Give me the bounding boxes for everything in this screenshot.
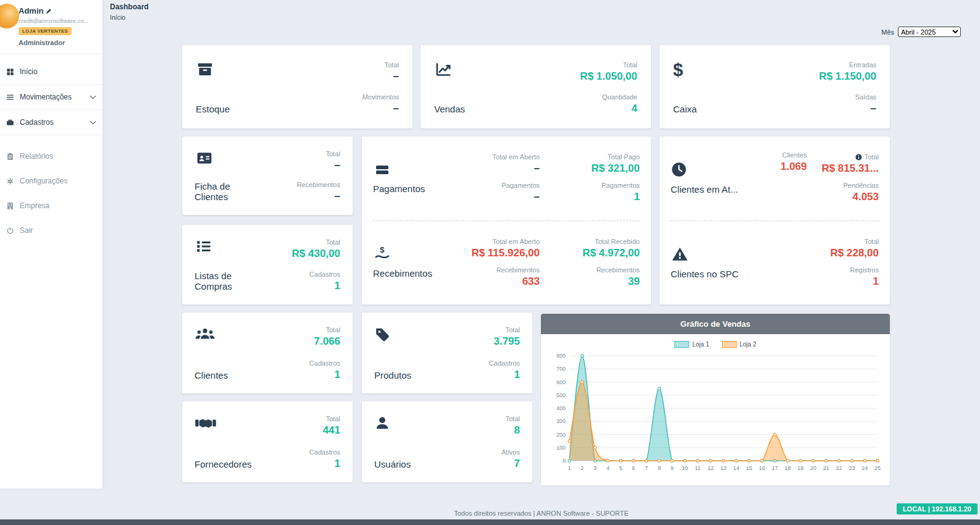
card-title: Ficha de Clientes <box>195 182 251 203</box>
stat-value: 1 <box>309 458 340 470</box>
stat-value: R$ 1.150,00 <box>819 70 876 83</box>
sidebar-item-label: Sair <box>20 226 33 235</box>
card-listas-compras: Listas de Compras Total R$ 430,00 Cadast… <box>182 225 353 304</box>
svg-text:0: 0 <box>563 458 566 464</box>
stat-label: Registros <box>816 266 879 274</box>
stat-value: R$ 430,00 <box>292 248 340 260</box>
sidebar-item-empresa[interactable]: Empresa <box>0 193 103 218</box>
month-label: Mês <box>881 28 894 36</box>
svg-text:7: 7 <box>645 465 648 471</box>
stat-label: Total <box>580 61 637 69</box>
stat-label: Total <box>816 153 879 161</box>
card-title: Clientes <box>195 371 228 381</box>
archive-box-icon <box>196 61 230 78</box>
stat-value: – <box>362 70 399 83</box>
svg-text:100: 100 <box>556 445 566 451</box>
clientes-atraso-section: Clientes em At... Clientes 1.069 Total R… <box>660 136 890 220</box>
gear-icon <box>6 177 14 185</box>
page-header: Dashboard Início <box>110 2 149 21</box>
card-fornecedores: Fornecedores Total 441 Cadastros 1 <box>182 401 353 482</box>
stat-label: Total Pago <box>548 153 640 161</box>
stat-label: Pagamentos <box>448 182 540 189</box>
stat-label: Clientes <box>743 151 807 159</box>
sidebar-item-inicio[interactable]: Início <box>0 59 103 84</box>
svg-text:$: $ <box>380 246 385 254</box>
svg-text:24: 24 <box>861 465 868 471</box>
building-icon <box>6 202 14 210</box>
chevron-down-icon <box>90 93 96 101</box>
stat-value: 8 <box>501 424 520 437</box>
stat-label: Recebimentos <box>548 266 640 274</box>
svg-text:12: 12 <box>708 465 714 471</box>
stat-label: Total <box>362 61 399 69</box>
svg-text:11: 11 <box>695 465 700 471</box>
stat-value: R$ 815.31... <box>816 162 879 175</box>
legend-item-loja2[interactable]: Loja 2 <box>722 341 756 348</box>
legend-item-loja1[interactable]: Loja 1 <box>674 341 709 348</box>
chart-line-icon <box>434 61 465 78</box>
sidebar-item-cadastros[interactable]: Cadastros <box>0 109 103 135</box>
stat-value: R$ 321,00 <box>548 162 640 175</box>
list-lines-icon <box>6 93 14 101</box>
user-profile: Admin credit@anronsoftware.co... LOJA VE… <box>0 0 103 54</box>
recebimentos-section: $ Recebimentos Total em Aberto R$ 115.92… <box>362 221 651 305</box>
sidebar-item-movimentacoes[interactable]: Movimentações <box>0 85 103 109</box>
chart-body: Loja 1 Loja 2 01002003004005006007008001… <box>541 334 890 485</box>
info-icon <box>855 154 862 161</box>
stat-label: Total <box>297 150 340 158</box>
stat-value: – <box>297 190 340 203</box>
svg-text:1: 1 <box>567 465 571 471</box>
svg-text:16: 16 <box>759 465 765 471</box>
card-usuarios: Usuários Total 8 Ativos 7 <box>362 401 532 482</box>
svg-text:14: 14 <box>733 465 739 471</box>
stat-value: R$ 115.926,00 <box>448 247 540 259</box>
svg-text:19: 19 <box>797 465 803 471</box>
sidebar-item-label: Movimentações <box>20 93 72 101</box>
svg-text:400: 400 <box>556 405 566 411</box>
stat-value: 4 <box>580 103 637 115</box>
stat-label: Total <box>292 238 340 246</box>
edit-profile-icon[interactable] <box>46 8 52 14</box>
chart-legend: Loja 1 Loja 2 <box>546 338 885 350</box>
stat-label: Total Recebido <box>548 238 640 245</box>
stat-value: 1 <box>489 369 520 381</box>
warning-triangle-icon <box>671 246 743 262</box>
card-caixa: $ Caixa Entradas R$ 1.150,00 Saídas – <box>660 45 890 128</box>
card-title: Caixa <box>673 104 697 115</box>
stat-value: 1 <box>309 369 340 381</box>
svg-text:23: 23 <box>848 465 855 471</box>
stat-label: Total em Aberto <box>448 153 540 161</box>
stat-value: R$ 1.050,00 <box>580 70 637 83</box>
stat-label: Total <box>501 415 520 422</box>
handshake-icon <box>195 415 252 431</box>
svg-text:25: 25 <box>874 465 881 471</box>
svg-text:6: 6 <box>632 465 635 471</box>
svg-text:13: 13 <box>720 465 726 471</box>
stat-label: Cadastros <box>309 448 340 456</box>
card-title: Fornecedores <box>195 460 252 470</box>
sidebar-item-relatorios[interactable]: Relatórios <box>0 144 103 169</box>
stat-label: Movimentos <box>362 93 399 101</box>
card-clientes-atraso-spc: Clientes em At... Clientes 1.069 Total R… <box>660 136 890 304</box>
legend-swatch-loja1 <box>674 341 689 348</box>
stat-label: Total <box>309 415 340 422</box>
hand-holding-dollar-icon: $ <box>373 246 448 262</box>
sidebar-item-label: Cadastros <box>20 118 54 127</box>
stat-label: Cadastros <box>489 359 520 367</box>
svg-text:800: 800 <box>556 353 566 359</box>
breadcrumb: Início <box>110 14 149 21</box>
stat-label: Ativos <box>501 448 520 456</box>
pagamentos-section: Pagamentos Total em Aberto – Pagamentos … <box>362 136 651 220</box>
month-select[interactable]: Abril - 2025 <box>898 27 961 37</box>
stat-value: 441 <box>309 424 340 437</box>
sidebar-item-sair[interactable]: Sair <box>0 218 103 243</box>
sidebar-item-configuracoes[interactable]: Configurações <box>0 169 103 193</box>
stat-label: Cadastros <box>292 271 340 278</box>
stat-label: Recebimentos <box>297 181 340 188</box>
stat-value: – <box>819 103 876 115</box>
card-pagamentos-recebimentos: Pagamentos Total em Aberto – Pagamentos … <box>362 136 651 304</box>
stat-label: Pagamentos <box>548 182 640 189</box>
card-vendas: Vendas Total R$ 1.050,00 Quantidade 4 <box>421 45 651 128</box>
grid-icon <box>6 68 14 76</box>
card-title: Listas de Compras <box>195 271 251 292</box>
